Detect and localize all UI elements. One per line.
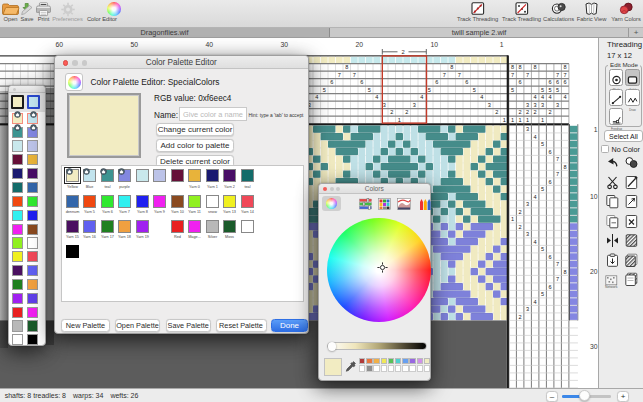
- svg-text:7: 7: [458, 72, 461, 78]
- svg-text:4: 4: [375, 94, 378, 100]
- svg-text:5: 5: [541, 186, 544, 192]
- svg-text:7: 7: [556, 171, 559, 177]
- svg-text:7: 7: [511, 72, 514, 78]
- svg-text:7: 7: [338, 72, 341, 78]
- svg-text:6: 6: [330, 79, 333, 85]
- svg-text:3: 3: [526, 126, 529, 132]
- svg-text:30: 30: [280, 41, 288, 48]
- svg-text:3: 3: [383, 102, 386, 108]
- svg-text:4: 4: [534, 194, 537, 200]
- svg-text:2: 2: [519, 209, 522, 215]
- svg-text:1: 1: [500, 41, 504, 48]
- svg-text:2: 2: [534, 109, 537, 115]
- svg-text:2: 2: [519, 224, 522, 230]
- svg-text:4: 4: [420, 94, 423, 100]
- svg-text:7: 7: [556, 276, 559, 282]
- svg-text:5: 5: [511, 87, 514, 93]
- svg-text:7: 7: [353, 72, 356, 78]
- svg-text:4: 4: [480, 94, 483, 100]
- svg-text:1: 1: [503, 117, 506, 123]
- svg-text:2: 2: [405, 109, 408, 115]
- svg-text:7: 7: [564, 72, 567, 78]
- svg-text:2: 2: [519, 314, 522, 320]
- svg-text:2: 2: [390, 109, 393, 115]
- svg-text:4: 4: [315, 94, 318, 100]
- svg-text:6: 6: [465, 79, 468, 85]
- svg-text:1: 1: [541, 117, 544, 123]
- svg-text:5: 5: [368, 87, 371, 93]
- svg-text:4: 4: [534, 299, 537, 305]
- svg-text:8: 8: [564, 64, 567, 70]
- svg-text:7: 7: [556, 72, 559, 78]
- svg-text:5: 5: [473, 87, 476, 93]
- svg-text:2: 2: [549, 109, 552, 115]
- svg-text:20: 20: [355, 41, 363, 48]
- svg-text:6: 6: [360, 79, 363, 85]
- svg-text:5: 5: [556, 87, 559, 93]
- svg-text:6: 6: [549, 79, 552, 85]
- svg-text:3: 3: [526, 231, 529, 237]
- svg-text:3: 3: [526, 306, 529, 312]
- svg-text:6: 6: [435, 79, 438, 85]
- svg-text:1: 1: [511, 216, 514, 222]
- svg-text:3: 3: [534, 102, 537, 108]
- svg-text:8: 8: [564, 164, 567, 170]
- svg-text:3: 3: [541, 102, 544, 108]
- svg-text:10: 10: [590, 193, 598, 200]
- svg-text:6: 6: [549, 179, 552, 185]
- svg-text:2: 2: [401, 49, 404, 55]
- svg-text:8: 8: [450, 64, 453, 70]
- svg-text:4: 4: [564, 94, 567, 100]
- svg-text:40: 40: [205, 41, 213, 48]
- svg-text:7: 7: [443, 72, 446, 78]
- svg-text:5: 5: [541, 246, 544, 252]
- svg-text:5: 5: [549, 87, 552, 93]
- svg-text:2: 2: [519, 109, 522, 115]
- svg-text:60: 60: [55, 41, 63, 48]
- svg-text:6: 6: [519, 79, 522, 85]
- svg-text:3: 3: [526, 201, 529, 207]
- svg-text:4: 4: [534, 94, 537, 100]
- svg-text:8: 8: [511, 64, 514, 70]
- svg-text:5: 5: [541, 141, 544, 147]
- svg-text:2: 2: [526, 109, 529, 115]
- svg-text:4: 4: [534, 134, 537, 140]
- svg-text:1: 1: [511, 117, 514, 123]
- svg-text:6: 6: [549, 284, 552, 290]
- svg-text:3: 3: [488, 102, 491, 108]
- svg-text:8: 8: [345, 64, 348, 70]
- svg-text:8: 8: [564, 269, 567, 275]
- svg-text:7: 7: [556, 261, 559, 267]
- svg-text:4: 4: [541, 94, 544, 100]
- svg-text:6: 6: [564, 79, 567, 85]
- svg-text:2: 2: [495, 109, 498, 115]
- svg-text:8: 8: [534, 64, 537, 70]
- svg-text:7: 7: [526, 72, 529, 78]
- svg-text:3: 3: [413, 102, 416, 108]
- svg-text:1: 1: [398, 117, 401, 123]
- svg-text:7: 7: [556, 156, 559, 162]
- svg-text:30: 30: [590, 343, 598, 350]
- svg-text:5: 5: [428, 87, 431, 93]
- svg-text:6: 6: [549, 254, 552, 260]
- svg-text:4: 4: [534, 239, 537, 245]
- svg-text:20: 20: [590, 268, 598, 275]
- svg-text:50: 50: [130, 41, 138, 48]
- svg-text:1: 1: [519, 117, 522, 123]
- svg-text:6: 6: [556, 79, 559, 85]
- svg-text:5: 5: [541, 87, 544, 93]
- svg-text:4: 4: [549, 94, 552, 100]
- svg-text:5: 5: [541, 291, 544, 297]
- svg-text:10: 10: [430, 41, 438, 48]
- svg-text:8: 8: [519, 64, 522, 70]
- svg-text:3: 3: [526, 102, 529, 108]
- svg-text:5: 5: [323, 87, 326, 93]
- svg-text:6: 6: [549, 149, 552, 155]
- svg-text:1: 1: [526, 117, 529, 123]
- svg-text:3: 3: [556, 102, 559, 108]
